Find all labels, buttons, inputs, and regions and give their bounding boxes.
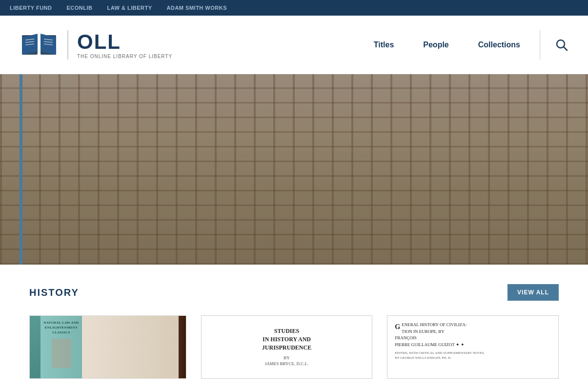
book-card-1[interactable]: NATURAL LAW ANDENLIGHTENMENTCLASSICS bbox=[29, 315, 186, 379]
view-all-button[interactable]: VIEW ALL bbox=[507, 284, 559, 301]
logo-divider bbox=[67, 30, 68, 60]
topbar-link-liberty-fund[interactable]: LIBERTY FUND bbox=[10, 5, 52, 11]
hero-accent-bar bbox=[20, 74, 22, 265]
book-3-note: EDITED, WITH CRITICAL AND SUPPLEMENTARY … bbox=[395, 351, 485, 361]
history-section-title: HISTORY bbox=[29, 287, 79, 298]
main-nav: Titles People Collections bbox=[374, 41, 520, 49]
book-3-title: GENERAL HISTORY OF CIVILIZA-TION IN EURO… bbox=[395, 322, 466, 348]
oll-logo-icon bbox=[20, 28, 59, 62]
nav-people[interactable]: People bbox=[423, 41, 448, 49]
book-2-author: BYJAMES BRYCE, D.C.L. bbox=[265, 355, 309, 367]
book-card-2[interactable]: STUDIESIN HISTORY ANDJURISPRUDENCE BYJAM… bbox=[201, 315, 373, 379]
history-header: HISTORY VIEW ALL bbox=[29, 284, 559, 301]
header-separator bbox=[540, 30, 540, 60]
topbar-link-econlib[interactable]: ECONLIB bbox=[66, 5, 92, 11]
topbar-link-adam-smith[interactable]: ADAM SMITH WORKS bbox=[167, 5, 227, 11]
book-2-title: STUDIESIN HISTORY ANDJURISPRUDENCE bbox=[262, 327, 311, 351]
logo-area[interactable]: OLL THE ONLINE LIBRARY OF LIBERTY bbox=[20, 28, 172, 62]
svg-line-9 bbox=[564, 47, 567, 50]
nav-collections[interactable]: Collections bbox=[478, 41, 520, 49]
hero-section: TITLES The OLL collects the best, most i… bbox=[0, 74, 588, 265]
topbar-link-law-liberty[interactable]: LAW & LIBERTY bbox=[107, 5, 152, 11]
search-icon bbox=[555, 38, 568, 52]
top-bar: LIBERTY FUND ECONLIB LAW & LIBERTY ADAM … bbox=[0, 0, 588, 16]
nav-titles[interactable]: Titles bbox=[374, 41, 394, 49]
search-button[interactable] bbox=[555, 38, 568, 52]
logo-text-oll: OLL bbox=[77, 30, 172, 54]
book-card-3[interactable]: GENERAL HISTORY OF CIVILIZA-TION IN EURO… bbox=[387, 315, 559, 379]
books-grid: NATURAL LAW ANDENLIGHTENMENTCLASSICS STU… bbox=[29, 315, 559, 379]
hero-overlay bbox=[0, 74, 588, 265]
header: OLL THE ONLINE LIBRARY OF LIBERTY Titles… bbox=[0, 16, 588, 74]
logo-subtitle: THE ONLINE LIBRARY OF LIBERTY bbox=[77, 54, 172, 59]
history-section: HISTORY VIEW ALL NATURAL LAW ANDENLIGHTE… bbox=[0, 265, 588, 392]
